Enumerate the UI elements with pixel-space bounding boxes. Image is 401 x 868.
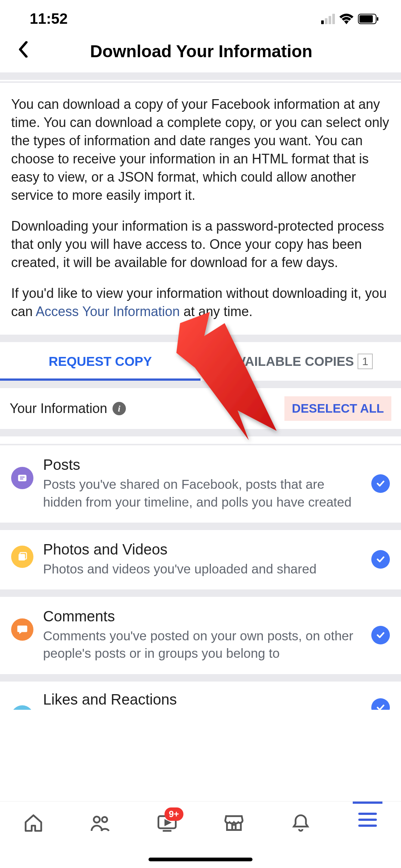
check-icon: [371, 698, 390, 710]
wifi-icon: [339, 13, 353, 25]
bottom-nav: 9+: [0, 801, 401, 868]
check-icon: [371, 474, 390, 493]
friends-icon: [90, 813, 111, 833]
svg-rect-2: [377, 17, 378, 21]
active-indicator: [353, 802, 382, 804]
marketplace-icon: [224, 813, 244, 833]
status-bar: 11:52: [0, 0, 401, 35]
divider: [0, 72, 401, 80]
available-count: 1: [358, 354, 373, 369]
tabs: REQUEST COPY AVAILABLE COPIES 1: [0, 342, 401, 381]
deselect-all-button[interactable]: DESELECT ALL: [284, 396, 391, 421]
svg-point-9: [102, 817, 107, 822]
likes-icon: [11, 705, 33, 710]
section-title: Your Information: [10, 401, 107, 416]
intro-text: You can download a copy of your Facebook…: [0, 83, 401, 335]
cellular-icon: [321, 14, 335, 24]
nav-watch[interactable]: 9+: [149, 813, 186, 833]
intro-paragraph: If you'd like to view your information w…: [11, 285, 390, 321]
posts-icon: [11, 467, 33, 489]
item-title: Posts: [43, 456, 362, 473]
bell-icon: [290, 813, 311, 833]
home-icon: [23, 813, 44, 833]
status-time: 11:52: [30, 10, 68, 27]
app-header: Download Your Information: [0, 35, 401, 72]
item-desc: Posts you've shared on Facebook, posts t…: [43, 475, 362, 511]
item-title: Photos and Videos: [43, 541, 362, 558]
section-header: Your Information i DESELECT ALL: [0, 388, 401, 429]
svg-point-8: [94, 817, 100, 823]
divider: [0, 335, 401, 342]
nav-friends[interactable]: [82, 813, 119, 833]
photos-icon: [11, 546, 33, 568]
tab-available-copies[interactable]: AVAILABLE COPIES 1: [200, 342, 401, 381]
nav-menu[interactable]: [349, 813, 386, 827]
item-desc: Comments you've posted on your own posts…: [43, 627, 362, 662]
battery-icon: [358, 14, 379, 24]
svg-rect-1: [359, 15, 373, 23]
intro-paragraph: Downloading your information is a passwo…: [11, 217, 390, 272]
item-title: Likes and Reactions: [43, 691, 362, 708]
divider: [0, 523, 401, 530]
svg-rect-3: [18, 475, 27, 482]
comments-icon: [11, 618, 33, 641]
status-indicators: [321, 13, 379, 25]
home-indicator: [149, 858, 252, 861]
divider: [0, 589, 401, 597]
nav-badge: 9+: [164, 807, 183, 821]
tab-request-copy[interactable]: REQUEST COPY: [0, 342, 200, 381]
access-info-link[interactable]: Access Your Information: [36, 304, 180, 319]
menu-icon: [358, 813, 377, 827]
intro-paragraph: You can download a copy of your Facebook…: [11, 95, 390, 205]
check-icon: [371, 550, 390, 569]
divider: [0, 381, 401, 388]
divider: [0, 674, 401, 682]
item-title: Comments: [43, 608, 362, 625]
divider: [0, 429, 401, 436]
item-desc: Photos and videos you've uploaded and sh…: [43, 560, 362, 578]
info-item-posts[interactable]: Posts Posts you've shared on Facebook, p…: [0, 445, 401, 523]
svg-rect-12: [232, 825, 235, 830]
info-item-comments[interactable]: Comments Comments you've posted on your …: [0, 597, 401, 674]
info-item-likes[interactable]: Likes and Reactions: [0, 682, 401, 710]
nav-marketplace[interactable]: [215, 813, 252, 833]
page-title: Download Your Information: [13, 41, 390, 61]
nav-notifications[interactable]: [282, 813, 319, 833]
check-icon: [371, 626, 390, 644]
nav-home[interactable]: [15, 813, 52, 833]
info-icon[interactable]: i: [113, 402, 126, 415]
info-item-photos[interactable]: Photos and Videos Photos and videos you'…: [0, 530, 401, 589]
